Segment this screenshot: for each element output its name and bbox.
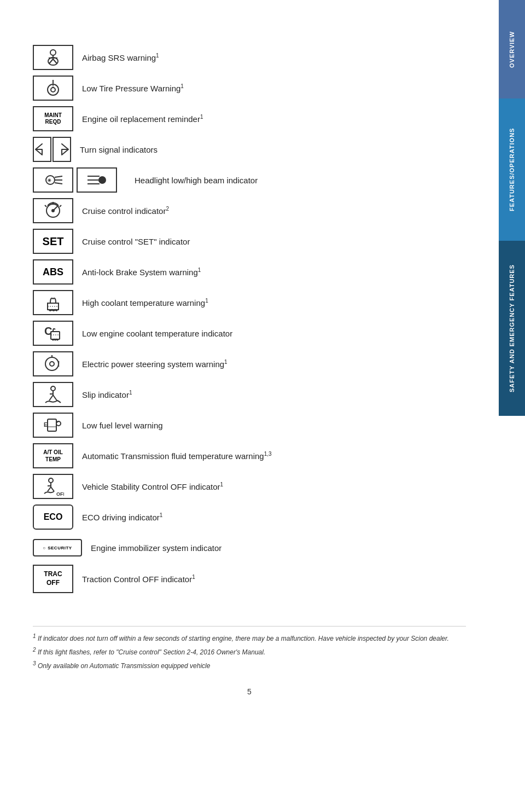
coolant-high-icon-box [33,290,73,315]
list-item: Cruise control indicator2 [33,197,466,224]
footnote-3: 3 Only available on Automatic Transmissi… [33,659,466,671]
list-item: E Low fuel level warning [33,411,466,439]
svg-line-2 [49,59,53,63]
svg-point-33 [45,357,59,370]
maint-reqd-line1: MAINT [44,112,62,119]
svg-line-27 [60,205,61,207]
cruise-label: Cruise control indicator2 [82,205,169,217]
list-item: Turn signal indicators [33,136,466,163]
tire-pressure-label: Low Tire Pressure Warning1 [82,83,184,94]
list-item: SET Cruise control "SET" indicator [33,228,466,255]
list-item: Airbag SRS warning1 [33,44,466,71]
footnote-2: 2 If this light flashes, refer to "Cruis… [33,646,466,657]
svg-point-0 [50,50,56,55]
list-item: ABS Anti-lock Brake System warning1 [33,258,466,286]
set-label-text: SET [43,235,64,248]
svg-text:!: ! [57,359,60,368]
vsc-off-label: Vehicle Stability Control OFF indicator1 [82,481,223,492]
list-item: OFF Vehicle Stability Control OFF indica… [33,473,466,500]
headlight-low-icon: ☀ [43,171,63,189]
airbag-icon [42,47,64,68]
left-turn-icon [33,137,51,162]
coolant-low-label: Low engine coolant temperature indicator [82,328,232,339]
svg-point-21 [98,176,106,184]
abs-icon-box: ABS [33,259,73,285]
headlight-high-icon-box [77,167,117,193]
list-item: MAINT REQD Engine oil replacement remind… [33,105,466,132]
list-item: Slip indicator1 [33,381,466,408]
svg-point-34 [50,362,54,366]
vsc-off-icon-box: OFF [33,474,73,499]
svg-text:OFF: OFF [56,491,64,497]
fuel-label: Low fuel level warning [82,420,163,431]
cruise-icon-box [33,198,73,223]
fuel-icon-box: E [33,413,73,438]
tab-features[interactable]: FEATURES/OPERATIONS [499,98,525,241]
svg-rect-43 [48,419,56,431]
at-oil-icon-box: A/T OIL TEMP [33,443,73,468]
headlight-label: Headlight low/high beam indicator [135,175,258,186]
trac-line2: OFF [46,579,60,588]
page-number: 5 [33,687,466,696]
airbag-icon-box [33,45,73,70]
main-content: Airbag SRS warning1 ! Low Tire Pressure … [0,0,499,812]
tire-pressure-icon: ! [42,78,64,98]
svg-line-40 [53,395,57,401]
footnote-1: 1 If indicator does not turn off within … [33,632,466,643]
abs-label: Anti-lock Brake System warning1 [82,266,201,278]
airbag-label: Airbag SRS warning1 [82,52,159,63]
svg-text:E: E [44,422,48,428]
svg-line-50 [51,487,54,491]
slip-icon [42,384,64,405]
svg-line-3 [53,59,57,63]
trac-line1: TRAC [44,570,62,579]
list-item: ECO ECO driving indicator1 [33,503,466,531]
svg-line-16 [55,183,62,184]
svg-marker-12 [62,144,68,155]
eco-label: ECO driving indicator1 [82,512,162,523]
svg-line-26 [45,205,46,207]
svg-text:☀: ☀ [47,178,51,183]
abs-label-text: ABS [43,266,63,278]
turn-signal-icons [33,137,71,162]
list-item: High coolant temperature warning1 [33,289,466,316]
svg-point-47 [49,478,53,483]
eps-label: Electric power steering system warning1 [82,358,228,370]
right-turn-icon [52,137,71,162]
tire-pressure-icon-box: ! [33,76,73,101]
headlight-low-icon-box: ☀ [33,167,73,193]
tab-safety[interactable]: SAFETY AND EMERGENCY FEATURES [499,241,525,416]
maint-reqd-icon-box: MAINT REQD [33,106,73,131]
coolant-high-label: High coolant temperature warning1 [82,297,208,309]
eco-icon-box: ECO [33,504,73,530]
list-item: ○ SECURITY Engine immobilizer system ind… [33,534,466,561]
eco-label-text: ECO [44,512,63,522]
eps-icon-box: ! [33,351,73,376]
list-item: C Low engine coolant temperature indicat… [33,320,466,347]
security-dot: ○ [43,546,45,550]
at-oil-line1: A/T OIL [43,449,63,456]
svg-point-37 [51,386,55,391]
maint-reqd-label: Engine oil replacement reminder1 [82,113,203,125]
indicator-list: Airbag SRS warning1 ! Low Tire Pressure … [33,44,466,593]
coolant-low-icon-box: C [33,321,73,346]
vsc-off-icon: OFF [42,476,64,497]
svg-line-49 [48,487,51,491]
svg-line-15 [55,176,62,177]
list-item: A/T OIL TEMP Automatic Transmission flui… [33,442,466,469]
right-sidebar: OVERVIEW FEATURES/OPERATIONS SAFETY AND … [499,0,525,812]
coolant-low-icon: C [42,323,64,344]
fuel-icon: E [42,415,64,436]
tab-overview[interactable]: OVERVIEW [499,0,525,98]
security-label: Engine immobilizer system indicator [91,542,221,554]
trac-off-icon-box: TRAC OFF [33,565,73,593]
list-item: TRAC OFF Traction Control OFF indicator1 [33,565,466,593]
at-oil-label: Automatic Transmission fluid temperature… [82,450,272,462]
list-item: ☀ Headlight low/high beam indicator [33,166,466,194]
eps-icon: ! [42,353,64,374]
security-label-text: SECURITY [48,546,72,550]
trac-off-label: Traction Control OFF indicator1 [82,573,195,585]
maint-reqd-line2: REQD [45,119,61,125]
slip-label: Slip indicator1 [82,389,132,401]
list-item: ! Low Tire Pressure Warning1 [33,74,466,102]
